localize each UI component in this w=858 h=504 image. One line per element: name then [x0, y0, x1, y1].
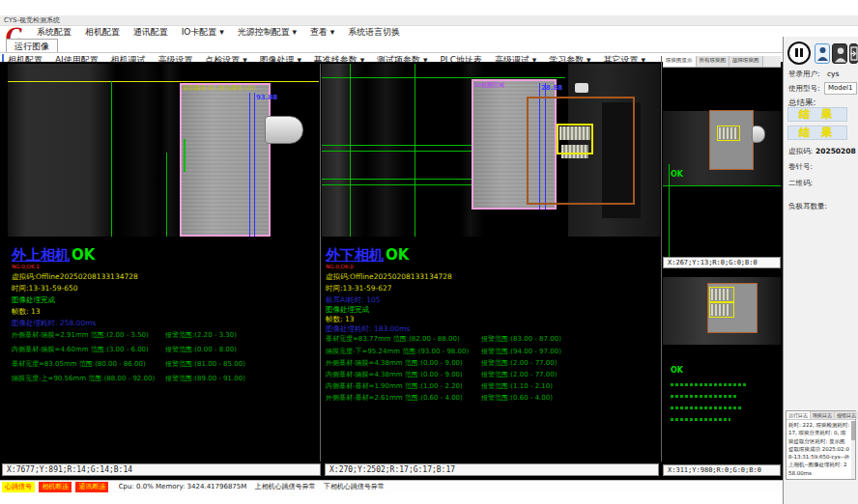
log-tab-error[interactable]: 报错日志 — [835, 411, 858, 419]
defect-highlight-box — [557, 124, 593, 154]
thumbnail-tabs: 瑕疵图显示 所有瑕疵图 故障瑕疵图 — [663, 56, 781, 68]
app-window: CYS-视觉检测系统 C 系统配置 相机配置 通讯配置 IO卡配置 ▾ 光源控制… — [0, 0, 858, 504]
camera-disconnect-badge: 相机断连 — [39, 482, 72, 492]
measurement-row: 外侧基材-隔膜=4.38mm 范围:(0.00 - 9.00) — [326, 358, 463, 368]
baseline-yellow — [8, 81, 319, 82]
mid-camera-view: AI检测区域 28.88 外下相机OK NG:0;OK:0 虚拟码:Offlin… — [322, 64, 660, 462]
defect-highlight-box — [709, 287, 734, 302]
pause-icon — [800, 48, 803, 57]
mid-ai-elapsed: 极耳AI耗时: 105 — [326, 295, 381, 305]
measurement-row: 内侧基材-隔膜=4.38mm 范围:(0.00 - 9.00) — [326, 370, 463, 379]
menu-language-switch[interactable]: 系统语言切换 — [348, 26, 400, 39]
heartbeat-badge: 心跳信号 — [2, 482, 35, 492]
mid-elapsed: 图像处理耗时: 183.00ms — [326, 324, 410, 334]
menu-system-config[interactable]: 系统配置 — [37, 26, 72, 39]
green-ref-line — [322, 179, 476, 180]
thumb-tab-fault-defects[interactable]: 故障瑕疵图 — [729, 56, 763, 67]
menu-bar: 系统配置 相机配置 通讯配置 IO卡配置 ▾ 光源控制配置 ▾ 查看 ▾ 系统语… — [0, 26, 858, 39]
view-separator — [320, 64, 321, 462]
log-tab-run[interactable]: 运行日志 — [786, 411, 811, 419]
mid-camera-name: 外下相机 — [326, 246, 384, 264]
measurement-row: 内侧基材-基材=1.90mm 范围:(1.00 - 2.20) — [326, 381, 463, 391]
green-ref-line — [322, 151, 472, 152]
user-switch-button[interactable] — [832, 43, 847, 64]
thumb-top-coordinate-bar: X:267;Y:13;R:0;G:0;B:0 — [663, 257, 781, 268]
virtual-code-value: 20250208 — [815, 147, 856, 155]
login-user-value: cys — [827, 70, 839, 78]
measure-line — [254, 93, 255, 237]
user-icon — [816, 45, 829, 62]
menu-view[interactable]: 查看 ▾ — [310, 26, 334, 39]
green-ref-line — [111, 81, 112, 237]
model-value-box[interactable]: Model1 — [824, 82, 857, 95]
measure-value-label: 28.88 — [541, 84, 562, 92]
ai-region-label: AI检测区域 — [474, 81, 504, 90]
log-scrollbar-thumb[interactable] — [851, 421, 855, 440]
thumb-tab-defect-display[interactable]: 瑕疵图显示 — [663, 56, 697, 67]
menu-io-config[interactable]: IO卡配置 ▾ — [182, 26, 224, 39]
alarm-range: 报警范围:(0.60 - 4.00) — [481, 393, 553, 403]
left-camera-view: 缺陷阈值:93, 吻合阈值:100 93.88 外上相机OK NG:0;OK:1… — [8, 64, 319, 462]
mid-result-title: 外下相机OK — [326, 245, 409, 265]
pause-icon — [795, 48, 798, 57]
result-indicator-bottom: 结 果 — [787, 126, 847, 140]
measure-line — [249, 93, 250, 237]
login-user-label: 登录用户: — [788, 70, 820, 79]
defect-highlight-box — [717, 126, 740, 141]
log-scrollbar[interactable] — [851, 421, 855, 479]
green-ref-line — [669, 164, 670, 257]
user-icon — [834, 45, 847, 64]
logout-icon — [850, 44, 858, 63]
user-login-button[interactable] — [815, 43, 830, 64]
thumb-bottom-ok: OK — [671, 366, 683, 375]
left-ng-ok-counts: NG:0;OK:1 — [12, 264, 40, 269]
left-frame-count: 帧数: 13 — [12, 307, 40, 317]
negative-tab-count-label: 负极耳数量: — [788, 202, 827, 211]
left-elapsed: 图像处理耗时: 258.00ms — [12, 319, 96, 328]
tab-divider — [0, 52, 783, 53]
left-camera-image[interactable]: 缺陷阈值:93, 吻合阈值:100 93.88 — [8, 64, 319, 237]
alarm-range: 报警范围:(0.00 - 8.00) — [165, 345, 237, 354]
green-ref-line — [322, 77, 565, 78]
qrcode-label: 二维码: — [788, 179, 813, 188]
measurement-row: 外侧基材-隔膜=2.91mm 范围:(2.00 - 3.50) — [12, 330, 149, 340]
alarm-range: 报警范围:(2.00 - 77.00) — [481, 358, 557, 368]
mid-camera-image[interactable]: AI检测区域 28.88 — [322, 64, 660, 237]
measure-value-label: 93.88 — [256, 94, 277, 101]
result-indicator-top: 结 果 — [787, 107, 847, 122]
thumb-top-ok: OK — [671, 170, 683, 179]
measurement-row: 内侧基材-隔膜=4.60mm 范围:(3.00 - 6.00) — [12, 345, 149, 354]
cpu-memory-status: Cpu: 0.0% Memory: 3424.41796875M — [119, 483, 247, 490]
menu-comm-config[interactable]: 通讯配置 — [133, 26, 168, 39]
model-label: 使用型号: — [788, 84, 820, 94]
left-camera-status: OK — [72, 246, 95, 264]
tab-run-image[interactable]: 运行图像 — [6, 39, 58, 53]
menu-camera-config[interactable]: 相机配置 — [85, 26, 120, 39]
menu-light-config[interactable]: 光源控制配置 ▾ — [238, 26, 297, 39]
result-text-line — [671, 406, 742, 409]
alarm-range: 报警范围:(94.00 - 97.00) — [481, 347, 561, 356]
control-panel: 登录用户: cys 使用型号: Model1 总结果: 结 果 结 果 虚拟码:… — [783, 37, 858, 504]
thumb-bottom-view[interactable]: OK — [663, 269, 781, 462]
green-ref-line — [322, 145, 472, 146]
reel-number-label: 卷针号: — [788, 162, 813, 172]
alarm-range: 报警范围:(83.00 - 87.00) — [481, 334, 561, 344]
logout-button[interactable] — [849, 43, 858, 64]
result-text-line — [671, 395, 738, 398]
log-text: 耗时: 222, 瑕疵检测耗时: 17, 瑕疵分类耗时: 0, 瑕疵提取分区耗时… — [786, 420, 855, 478]
mid-ng-ok-counts: NG:0;OK:0 — [326, 264, 354, 269]
left-process-done: 图像处理完成 — [12, 295, 55, 305]
window-titlebar: CYS-视觉检测系统 — [0, 15, 858, 26]
comm-disconnect-badge: 通讯断连 — [75, 482, 108, 492]
pause-button[interactable] — [787, 42, 811, 65]
alarm-range: 报警范围:(81.00 - 85.00) — [165, 359, 245, 369]
log-tab-defect[interactable]: 瑕疵日志 — [811, 411, 835, 419]
left-camera-name: 外上相机 — [12, 246, 70, 264]
thumb-top-view[interactable]: OK — [663, 68, 781, 257]
result-text-line — [671, 383, 746, 386]
alarm-range: 报警范围:(89.00 - 91.00) — [165, 374, 245, 383]
alarm-range: 报警范围:(2.20 - 3.30) — [165, 330, 237, 340]
thumb-tab-all-defects[interactable]: 所有瑕疵图 — [697, 56, 730, 67]
measurement-row: 基材宽度=83.77mm 范围:(82.00 - 88.00) — [326, 334, 460, 344]
mid-coordinate-bar: X:270;Y:2502;R:17;G:17;B:17 — [325, 463, 659, 476]
